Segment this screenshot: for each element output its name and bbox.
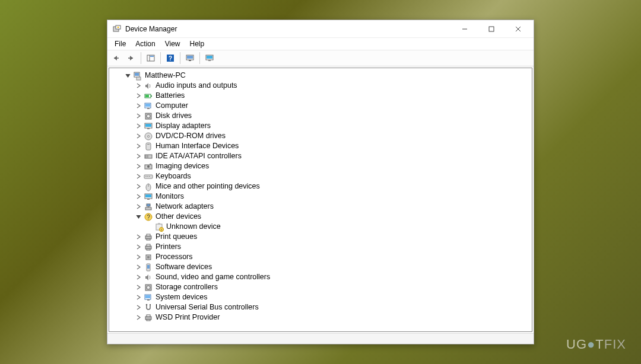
tree-category[interactable]: Network adapters bbox=[113, 202, 528, 212]
menubar: File Action View Help bbox=[107, 38, 534, 50]
category-label: Human Interface Devices bbox=[156, 141, 242, 151]
category-icon bbox=[144, 152, 153, 161]
expand-icon[interactable] bbox=[134, 214, 142, 219]
svg-rect-11 bbox=[150, 56, 154, 57]
category-icon bbox=[144, 192, 153, 202]
svg-rect-62 bbox=[147, 234, 150, 236]
svg-rect-63 bbox=[147, 239, 150, 240]
expand-icon[interactable] bbox=[134, 274, 142, 280]
tree-device[interactable]: !Unknown device bbox=[113, 222, 528, 232]
tree-category[interactable]: Audio inputs and outputs bbox=[113, 81, 528, 91]
expand-icon[interactable] bbox=[123, 73, 132, 78]
menu-file[interactable]: File bbox=[110, 39, 131, 49]
tree-category[interactable]: Disk drives bbox=[113, 111, 528, 121]
expand-icon[interactable] bbox=[134, 194, 142, 199]
tree-category[interactable]: Monitors bbox=[113, 191, 528, 202]
tree-category[interactable]: Keyboards bbox=[113, 171, 528, 181]
device-label: Unknown device bbox=[166, 222, 224, 232]
tree-category[interactable]: Sound, video and game controllers bbox=[113, 272, 528, 282]
svg-rect-53 bbox=[145, 207, 151, 210]
tree-category[interactable]: Printers bbox=[113, 242, 528, 252]
expand-icon[interactable] bbox=[134, 103, 142, 108]
scan-hardware-button[interactable] bbox=[183, 52, 197, 65]
category-label: Network adapters bbox=[156, 202, 217, 212]
maximize-button[interactable] bbox=[478, 21, 504, 37]
category-icon bbox=[144, 122, 153, 131]
expand-icon[interactable] bbox=[134, 143, 142, 149]
toolbar-separator bbox=[141, 52, 141, 64]
close-button[interactable] bbox=[504, 21, 531, 37]
expand-icon[interactable] bbox=[134, 254, 142, 260]
expand-icon[interactable] bbox=[134, 93, 142, 98]
expand-icon[interactable] bbox=[134, 244, 142, 250]
category-label: Disk drives bbox=[156, 111, 195, 121]
svg-rect-79 bbox=[147, 315, 150, 317]
category-icon bbox=[144, 202, 153, 212]
expand-icon[interactable] bbox=[134, 164, 142, 169]
expand-icon[interactable] bbox=[134, 305, 142, 310]
category-icon bbox=[144, 101, 153, 111]
expand-icon[interactable] bbox=[134, 285, 142, 290]
category-label: Monitors bbox=[156, 191, 188, 202]
tree-category[interactable]: Storage controllers bbox=[113, 282, 528, 292]
svg-rect-16 bbox=[189, 60, 191, 61]
menu-help[interactable]: Help bbox=[185, 39, 210, 49]
tree-category[interactable]: WSD Print Provider bbox=[113, 312, 528, 323]
tree-category[interactable]: Print queues bbox=[113, 232, 528, 242]
tree-category[interactable]: Software devices bbox=[113, 262, 528, 272]
minimize-button[interactable] bbox=[451, 21, 478, 37]
svg-rect-21 bbox=[135, 73, 139, 76]
category-label: Software devices bbox=[156, 262, 215, 272]
svg-rect-51 bbox=[145, 194, 151, 197]
show-hide-tree-button[interactable] bbox=[144, 52, 158, 65]
expand-icon[interactable] bbox=[134, 123, 142, 129]
svg-rect-66 bbox=[147, 249, 150, 250]
category-label: Print queues bbox=[156, 232, 201, 242]
tree-category[interactable]: Mice and other pointing devices bbox=[113, 181, 528, 191]
forward-button[interactable] bbox=[124, 52, 138, 65]
watermark: UG●TFIX bbox=[566, 337, 626, 352]
category-icon bbox=[144, 132, 153, 141]
tree-category[interactable]: Display adapters bbox=[113, 121, 528, 131]
svg-rect-61 bbox=[145, 236, 151, 239]
svg-rect-52 bbox=[147, 199, 150, 200]
menu-view[interactable]: View bbox=[160, 39, 185, 49]
tree-category[interactable]: Imaging devices bbox=[113, 161, 528, 171]
monitor-button[interactable] bbox=[202, 52, 217, 65]
expand-icon[interactable] bbox=[134, 264, 142, 270]
tree-category[interactable]: Human Interface Devices bbox=[113, 141, 528, 151]
category-icon bbox=[144, 303, 153, 312]
expand-icon[interactable] bbox=[134, 133, 142, 139]
expand-icon[interactable] bbox=[134, 204, 142, 209]
svg-rect-74 bbox=[145, 295, 150, 298]
expand-icon[interactable] bbox=[134, 295, 142, 300]
expand-icon[interactable] bbox=[134, 113, 142, 119]
expand-icon[interactable] bbox=[134, 315, 142, 320]
expand-icon[interactable] bbox=[134, 234, 142, 240]
help-button[interactable]: ? bbox=[163, 52, 177, 65]
expand-icon[interactable] bbox=[134, 184, 142, 189]
menu-action[interactable]: Action bbox=[131, 39, 160, 49]
tree-category[interactable]: Computer bbox=[113, 101, 528, 111]
expand-icon[interactable] bbox=[134, 154, 142, 159]
tree-root[interactable]: Matthew-PC bbox=[113, 71, 528, 81]
category-label: Universal Serial Bus controllers bbox=[156, 302, 262, 312]
tree-category[interactable]: Universal Serial Bus controllers bbox=[113, 302, 528, 312]
svg-point-72 bbox=[147, 286, 150, 289]
svg-rect-37 bbox=[147, 144, 150, 145]
tree-category[interactable]: DVD/CD-ROM drives bbox=[113, 131, 528, 141]
svg-rect-39 bbox=[145, 155, 147, 158]
back-button[interactable] bbox=[109, 52, 123, 65]
svg-rect-4 bbox=[489, 27, 494, 31]
expand-icon[interactable] bbox=[134, 83, 142, 88]
tree-category[interactable]: System devices bbox=[113, 292, 528, 302]
tree-category[interactable]: ?Other devices bbox=[113, 212, 528, 222]
expand-icon[interactable] bbox=[134, 174, 142, 179]
svg-rect-32 bbox=[145, 124, 151, 127]
svg-rect-36 bbox=[146, 143, 151, 150]
tree-category[interactable]: IDE ATA/ATAPI controllers bbox=[113, 151, 528, 161]
tree-category[interactable]: Processors bbox=[113, 252, 528, 262]
device-tree[interactable]: Matthew-PCAudio inputs and outputsBatter… bbox=[109, 68, 532, 332]
svg-rect-64 bbox=[145, 246, 151, 249]
tree-category[interactable]: Batteries bbox=[113, 91, 528, 101]
